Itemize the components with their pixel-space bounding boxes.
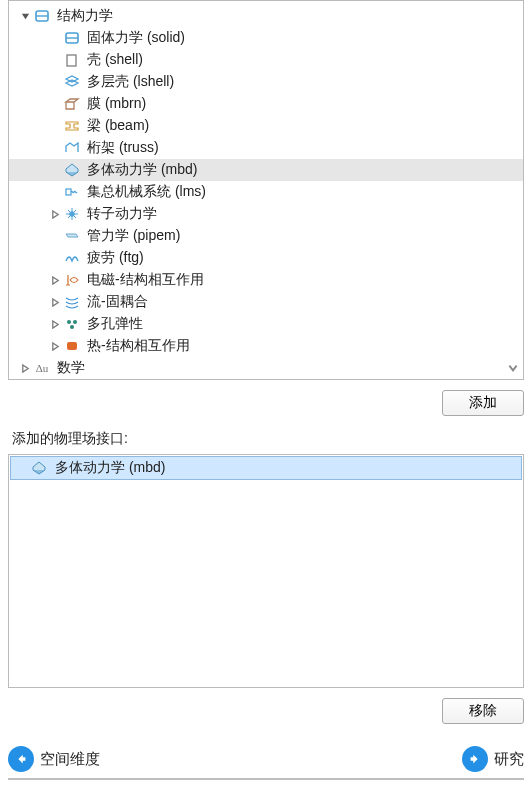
tree-node-beam[interactable]: 梁 (beam) bbox=[9, 115, 523, 137]
tree-node-structural-mechanics[interactable]: 结构力学 bbox=[9, 5, 523, 27]
thermal-struct-icon bbox=[63, 338, 81, 354]
tree-label: 多孔弹性 bbox=[87, 315, 143, 333]
expand-icon[interactable] bbox=[49, 340, 61, 352]
math-icon: Δu bbox=[33, 360, 51, 376]
tree-label: 梁 (beam) bbox=[87, 117, 149, 135]
expand-icon[interactable] bbox=[49, 296, 61, 308]
expand-icon[interactable] bbox=[49, 208, 61, 220]
divider bbox=[8, 778, 524, 780]
physics-tree-panel: 结构力学 固体力学 (solid) 壳 (shell) 多层壳 (lshell) bbox=[8, 0, 524, 380]
expand-icon[interactable] bbox=[49, 318, 61, 330]
tree-node-fatigue[interactable]: 疲劳 (ftg) bbox=[9, 247, 523, 269]
tree-label: 多层壳 (lshell) bbox=[87, 73, 174, 91]
svg-point-8 bbox=[73, 320, 77, 324]
poroelastic-icon bbox=[63, 316, 81, 332]
tree-label: 疲劳 (ftg) bbox=[87, 249, 144, 267]
physics-tree[interactable]: 结构力学 固体力学 (solid) 壳 (shell) 多层壳 (lshell) bbox=[9, 1, 523, 379]
tree-node-shell[interactable]: 壳 (shell) bbox=[9, 49, 523, 71]
arrow-right-icon bbox=[462, 746, 488, 772]
svg-rect-10 bbox=[67, 342, 77, 350]
scroll-down-icon[interactable] bbox=[507, 362, 519, 377]
lms-icon bbox=[63, 184, 81, 200]
tree-label: 固体力学 (solid) bbox=[87, 29, 185, 47]
collapse-icon[interactable] bbox=[19, 10, 31, 22]
tree-node-truss[interactable]: 桁架 (truss) bbox=[9, 137, 523, 159]
structural-icon bbox=[33, 8, 51, 24]
tree-node-lms[interactable]: 集总机械系统 (lms) bbox=[9, 181, 523, 203]
membrane-icon bbox=[63, 96, 81, 112]
tree-label: 桁架 (truss) bbox=[87, 139, 159, 157]
tree-node-thermal-struct[interactable]: 热-结构相互作用 bbox=[9, 335, 523, 357]
tree-label: 转子动力学 bbox=[87, 205, 157, 223]
added-interfaces-label: 添加的物理场接口: bbox=[12, 430, 532, 448]
solid-icon bbox=[63, 30, 81, 46]
tree-label: 壳 (shell) bbox=[87, 51, 143, 69]
truss-icon bbox=[63, 140, 81, 156]
layered-shell-icon bbox=[63, 74, 81, 90]
em-struct-icon bbox=[63, 272, 81, 288]
expand-icon[interactable] bbox=[19, 362, 31, 374]
mbd-icon bbox=[63, 162, 81, 178]
tree-label: 多体动力学 (mbd) bbox=[87, 161, 197, 179]
tree-node-math[interactable]: Δu 数学 bbox=[9, 357, 523, 379]
tree-node-rotor[interactable]: 转子动力学 bbox=[9, 203, 523, 225]
fsi-icon bbox=[63, 294, 81, 310]
tree-label: 数学 bbox=[57, 359, 85, 377]
tree-node-pipe[interactable]: 管力学 (pipem) bbox=[9, 225, 523, 247]
add-button[interactable]: 添加 bbox=[442, 390, 524, 416]
shell-icon bbox=[63, 52, 81, 68]
tree-node-fsi[interactable]: 流-固耦合 bbox=[9, 291, 523, 313]
added-interfaces-panel: 多体动力学 (mbd) bbox=[8, 454, 524, 688]
tree-label: 热-结构相互作用 bbox=[87, 337, 190, 355]
svg-point-9 bbox=[70, 325, 74, 329]
nav-back-label: 空间维度 bbox=[40, 750, 100, 769]
rotor-icon bbox=[63, 206, 81, 222]
pipe-icon bbox=[63, 228, 81, 244]
svg-point-7 bbox=[67, 320, 71, 324]
nav-forward-button[interactable]: 研究 bbox=[462, 746, 524, 772]
tree-node-lshell[interactable]: 多层壳 (lshell) bbox=[9, 71, 523, 93]
nav-back-button[interactable]: 空间维度 bbox=[8, 746, 100, 772]
beam-icon bbox=[63, 118, 81, 134]
nav-forward-label: 研究 bbox=[494, 750, 524, 769]
tree-label: 流-固耦合 bbox=[87, 293, 148, 311]
tree-node-membrane[interactable]: 膜 (mbrn) bbox=[9, 93, 523, 115]
tree-label: 管力学 (pipem) bbox=[87, 227, 180, 245]
arrow-left-icon bbox=[8, 746, 34, 772]
svg-rect-5 bbox=[66, 189, 71, 195]
fatigue-icon bbox=[63, 250, 81, 266]
svg-rect-4 bbox=[67, 55, 76, 66]
tree-node-em-struct[interactable]: 电磁-结构相互作用 bbox=[9, 269, 523, 291]
expand-icon[interactable] bbox=[49, 274, 61, 286]
tree-label: 结构力学 bbox=[57, 7, 113, 25]
tree-label: 电磁-结构相互作用 bbox=[87, 271, 204, 289]
tree-node-mbd[interactable]: 多体动力学 (mbd) bbox=[9, 159, 523, 181]
tree-label: 集总机械系统 (lms) bbox=[87, 183, 206, 201]
mbd-icon bbox=[31, 461, 49, 475]
added-item-mbd[interactable]: 多体动力学 (mbd) bbox=[10, 456, 522, 480]
tree-label: 膜 (mbrn) bbox=[87, 95, 146, 113]
tree-node-solid[interactable]: 固体力学 (solid) bbox=[9, 27, 523, 49]
tree-node-poroelastic[interactable]: 多孔弹性 bbox=[9, 313, 523, 335]
added-item-label: 多体动力学 (mbd) bbox=[55, 459, 165, 477]
remove-button[interactable]: 移除 bbox=[442, 698, 524, 724]
